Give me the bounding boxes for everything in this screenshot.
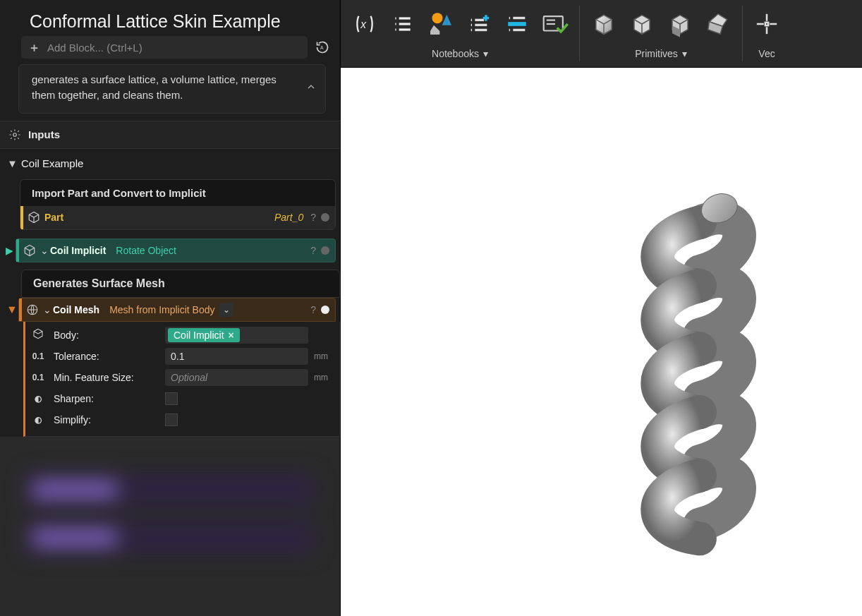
unit-label: mm (314, 351, 334, 361)
add-block-input[interactable]: ＋ Add Block... (Ctrl+L) (21, 36, 308, 59)
param-min-feature: 0.1 Min. Feature Size: mm (28, 367, 334, 388)
toolbar: x (341, 0, 862, 68)
contrast-icon: ◐ (28, 415, 48, 425)
inputs-label: Inputs (28, 128, 60, 140)
triangle-down-icon: ▼ (7, 157, 16, 169)
checklist-button[interactable] (541, 10, 569, 38)
toolbar-primitives-group: Primitives ▾ (584, 0, 738, 67)
primitives-group-label[interactable]: Primitives ▾ (635, 45, 687, 62)
remove-pill-icon[interactable]: × (229, 330, 234, 341)
notebooks-label-text: Notebooks (432, 48, 479, 59)
param-label: Min. Feature Size: (54, 372, 159, 383)
part-name: Part (44, 212, 63, 223)
chevron-down-icon[interactable]: ⌄ (40, 245, 50, 256)
coil-mesh-name: Coil Mesh (53, 304, 99, 315)
blurred-content (0, 437, 340, 617)
param-label: Tolerance: (54, 351, 159, 362)
viewport-3d[interactable] (341, 68, 862, 616)
unit-label: mm (314, 373, 334, 382)
coil-mesh-render (657, 189, 741, 538)
section-label: Coil Example (21, 157, 83, 169)
svg-rect-35 (765, 23, 768, 25)
min-feature-input[interactable] (165, 369, 308, 386)
help-icon[interactable]: ? (310, 212, 316, 223)
type-dropdown-icon[interactable]: ⌄ (219, 303, 233, 317)
chevron-down-icon: ▾ (682, 48, 687, 59)
part-row[interactable]: Part Part_0 ? (20, 206, 336, 230)
primitives-shapes-button[interactable] (427, 10, 455, 38)
coil-implicit-type: Rotate Object (116, 245, 176, 256)
description-box: generates a surface lattice, a volume la… (18, 64, 326, 114)
svg-rect-22 (508, 22, 526, 26)
add-block-row: ＋ Add Block... (Ctrl+L) A (0, 36, 340, 64)
svg-point-10 (432, 13, 443, 23)
import-block: Import Part and Convert to Implicit Part… (20, 179, 336, 230)
param-simplify: ◐ Simplify: (28, 409, 334, 430)
vec-label-text: Vec (758, 48, 775, 59)
section-coil-example[interactable]: ▼ Coil Example (0, 149, 340, 175)
crosshair-button[interactable] (753, 10, 781, 38)
param-tolerance: 0.1 Tolerance: mm (28, 346, 334, 367)
chevron-down-icon: ▾ (483, 48, 488, 59)
cube-rotate-button[interactable] (704, 10, 732, 38)
cube-solid-button[interactable] (590, 10, 618, 38)
toolbar-notebooks-group: x (345, 0, 575, 67)
chevron-down-icon[interactable]: ⌄ (43, 304, 53, 315)
cube-front-button[interactable] (666, 10, 694, 38)
notebooks-group-label[interactable]: Notebooks ▾ (432, 45, 488, 62)
help-icon[interactable]: ? (310, 245, 316, 256)
caret-right-icon[interactable]: ▶ (6, 245, 16, 256)
plus-icon: ＋ (28, 40, 40, 56)
coil-implicit-row[interactable]: ⌄ Coil Implicit Rotate Object ? (16, 238, 336, 262)
toolbar-separator (579, 6, 580, 61)
add-block-placeholder: Add Block... (Ctrl+L) (47, 42, 142, 54)
param-body: Body: Coil Implicit × (28, 325, 334, 346)
toolbar-vec-group: Vec (747, 0, 787, 67)
list-button[interactable] (389, 10, 417, 38)
min-feature-icon: 0.1 (28, 373, 48, 382)
svg-text:A: A (320, 45, 324, 50)
import-block-header[interactable]: Import Part and Convert to Implicit (20, 179, 336, 206)
visibility-dot[interactable] (321, 213, 329, 222)
cube-wire-button[interactable] (628, 10, 656, 38)
simplify-checkbox[interactable] (165, 413, 178, 426)
param-label: Sharpen: (54, 393, 159, 404)
visibility-dot[interactable] (321, 246, 329, 255)
body-value-text: Coil Implicit (174, 330, 224, 341)
surface-mesh-block: Generates Surface Mesh (21, 270, 340, 298)
part-icon (23, 211, 44, 224)
coil-mesh-row[interactable]: ⌄ Coil Mesh Mesh from Implicit Body ⌄ ? (18, 298, 336, 322)
toolbar-separator (742, 6, 743, 61)
svg-text:x: x (360, 18, 367, 30)
param-label: Simplify: (54, 414, 159, 425)
body-value-pill[interactable]: Coil Implicit × (168, 328, 240, 342)
tolerance-icon: 0.1 (28, 351, 48, 361)
variable-button[interactable]: x (351, 10, 379, 38)
triangle-down-icon[interactable]: ▼ (6, 303, 18, 316)
mesh-icon (22, 303, 43, 316)
coil-mesh-type: Mesh from Implicit Body (109, 304, 214, 315)
vec-group-label[interactable]: Vec (758, 45, 775, 62)
svg-point-1 (13, 133, 17, 136)
param-label: Body: (54, 330, 159, 341)
left-sidebar: Conformal Lattice Skin Example ＋ Add Blo… (0, 0, 341, 616)
help-icon[interactable]: ? (310, 304, 316, 315)
list-highlight-button[interactable] (503, 10, 531, 38)
surface-mesh-header[interactable]: Generates Surface Mesh (21, 270, 340, 298)
collapse-caret-icon[interactable] (305, 81, 317, 97)
list-add-button[interactable] (465, 10, 493, 38)
inputs-header[interactable]: Inputs (0, 121, 340, 149)
contrast-icon: ◐ (28, 394, 48, 404)
sharpen-checkbox[interactable] (165, 392, 178, 405)
visibility-dot[interactable] (321, 306, 329, 314)
coil-implicit-name: Coil Implicit (50, 245, 106, 256)
right-pane: x (341, 0, 862, 616)
implicit-icon (19, 244, 40, 257)
primitives-label-text: Primitives (635, 48, 678, 59)
auto-refresh-icon[interactable]: A (315, 40, 330, 55)
tolerance-input[interactable] (165, 348, 308, 365)
description-text: generates a surface lattice, a volume la… (32, 73, 277, 101)
body-icon (28, 328, 48, 342)
part-value: Part_0 (274, 212, 303, 223)
gear-icon (8, 128, 21, 141)
